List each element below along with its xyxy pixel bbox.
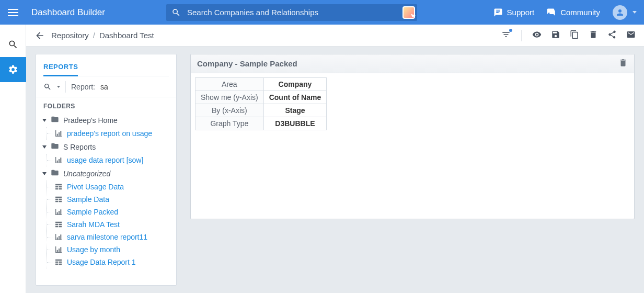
user-menu[interactable]	[613, 5, 637, 20]
hamburger-button[interactable]	[0, 0, 26, 25]
tree-children: usage data report [sow]	[47, 154, 172, 166]
trash-icon	[618, 58, 628, 67]
tree-children: pradeep's report on usage	[47, 127, 172, 140]
avatar	[613, 5, 627, 20]
breadcrumb-bar: Repository / Dashboard Test	[26, 25, 644, 47]
tree-children: Pivot Usage DataSample DataSample Packed…	[47, 181, 172, 268]
rail-settings-button[interactable]	[0, 57, 26, 82]
widget-body: AreaCompanyShow me (y-Axis)Count of Name…	[191, 73, 634, 138]
tree-item-label[interactable]: Sample Packed	[67, 208, 118, 216]
config-key: Graph Type	[196, 117, 264, 130]
tree-item-label[interactable]: usage data report [sow]	[67, 156, 143, 164]
table-row: Show me (y-Axis)Count of Name	[196, 91, 327, 104]
chart-icon	[54, 245, 63, 254]
chevron-down-icon	[42, 145, 47, 149]
chevron-down-icon	[57, 86, 60, 88]
trash-icon	[589, 30, 598, 39]
preview-button[interactable]	[532, 30, 542, 41]
app-title: Dashboard Builder	[31, 7, 105, 18]
rail-search-button[interactable]	[0, 32, 26, 57]
table-row: By (x-Axis)Stage	[196, 104, 327, 117]
left-rail	[0, 25, 26, 293]
eye-icon	[532, 30, 542, 39]
support-link[interactable]: Support	[493, 8, 535, 17]
community-label: Community	[560, 8, 600, 17]
delete-button[interactable]	[589, 30, 598, 41]
main-area: REPORTS Report: sa FOLDERS Pradeep's Hom…	[26, 47, 644, 293]
tree-folder[interactable]: Uncategorized	[41, 166, 172, 181]
table-row: Graph TypeD3BUBBLE	[196, 117, 327, 130]
breadcrumb: Repository / Dashboard Test	[51, 31, 154, 40]
breadcrumb-separator: /	[93, 31, 95, 40]
tree-item[interactable]: Sample Data	[47, 193, 172, 206]
table-icon	[54, 258, 63, 266]
arrow-left-icon	[34, 30, 45, 41]
tree-item-label[interactable]: pradeep's report on usage	[67, 129, 152, 138]
table-icon	[54, 195, 63, 204]
tree-item[interactable]: Usage Data Report 1	[47, 256, 172, 268]
gear-icon	[8, 64, 18, 75]
tree-folder-label: Uncategorized	[63, 170, 110, 178]
tree-item[interactable]: sarva milestone report11	[47, 231, 172, 243]
tree-item[interactable]: Sample Packed	[47, 206, 172, 218]
share-icon	[607, 30, 617, 39]
chevron-down-icon	[632, 11, 637, 14]
widget-area: Company - Sample Packed AreaCompanyShow …	[190, 54, 635, 286]
tree-item[interactable]: Pivot Usage Data	[47, 181, 172, 193]
folders-header: FOLDERS	[36, 97, 176, 113]
reports-tab-header: REPORTS	[36, 54, 176, 76]
config-value: Company	[263, 78, 327, 91]
tree-item-label[interactable]: Pivot Usage Data	[67, 183, 124, 191]
share-button[interactable]	[607, 30, 617, 41]
chart-icon	[54, 129, 63, 138]
widget-delete-button[interactable]	[618, 58, 628, 69]
table-icon	[54, 220, 63, 229]
folder-icon	[51, 142, 59, 150]
avatar-icon	[615, 8, 625, 17]
tree-item[interactable]: Usage by month	[47, 243, 172, 256]
tree-item-label[interactable]: Usage by month	[67, 245, 120, 254]
breadcrumb-current: Dashboard Test	[99, 31, 154, 40]
tree-folder-label: Pradeep's Home	[63, 116, 118, 125]
table-icon	[54, 183, 63, 191]
search-icon	[8, 39, 18, 50]
report-widget: Company - Sample Packed AreaCompanyShow …	[190, 54, 635, 219]
widget-title: Company - Sample Packed	[197, 59, 297, 68]
tree-folder[interactable]: Pradeep's Home	[41, 113, 172, 127]
filter-active-dot	[509, 29, 512, 32]
tree-item-label[interactable]: sarva milestone report11	[67, 233, 147, 241]
hamburger-icon	[8, 9, 18, 16]
email-button[interactable]	[626, 30, 636, 41]
tree-item[interactable]: usage data report [sow]	[47, 154, 172, 166]
reports-search[interactable]: Report: sa	[36, 76, 176, 97]
top-bar: Dashboard Builder Search Companies and R…	[0, 0, 644, 25]
copy-icon	[570, 30, 579, 39]
tree-item[interactable]: pradeep's report on usage	[47, 127, 172, 140]
config-key: Show me (y-Axis)	[196, 91, 264, 104]
copy-button[interactable]	[570, 30, 579, 41]
reports-tab-label[interactable]: REPORTS	[43, 63, 78, 76]
tree-item-label[interactable]: Sample Data	[67, 195, 109, 204]
breadcrumb-root[interactable]: Repository	[51, 31, 89, 40]
tree-item[interactable]: Sarah MDA Test	[47, 218, 172, 231]
widget-header: Company - Sample Packed	[191, 54, 634, 73]
config-value: D3BUBBLE	[263, 117, 327, 130]
back-button[interactable]	[34, 30, 45, 41]
assistant-icon[interactable]	[402, 6, 415, 19]
tree-item-label[interactable]: Usage Data Report 1	[67, 258, 136, 266]
widget-config-table: AreaCompanyShow me (y-Axis)Count of Name…	[195, 77, 327, 130]
reports-search-value: sa	[100, 83, 108, 91]
chevron-down-icon	[42, 172, 47, 175]
chart-icon	[54, 208, 63, 216]
tree-folder-label: S Reports	[63, 143, 96, 151]
global-search[interactable]: Search Companies and Relationships	[166, 4, 417, 21]
chart-icon	[54, 233, 63, 241]
tree-folder[interactable]: S Reports	[41, 140, 172, 154]
filter-button[interactable]	[501, 30, 511, 41]
community-link[interactable]: Community	[547, 8, 600, 17]
tree-item-label[interactable]: Sarah MDA Test	[67, 220, 120, 229]
support-label: Support	[507, 8, 535, 17]
config-key: By (x-Axis)	[196, 104, 264, 117]
search-divider	[65, 81, 66, 93]
save-button[interactable]	[551, 30, 560, 41]
